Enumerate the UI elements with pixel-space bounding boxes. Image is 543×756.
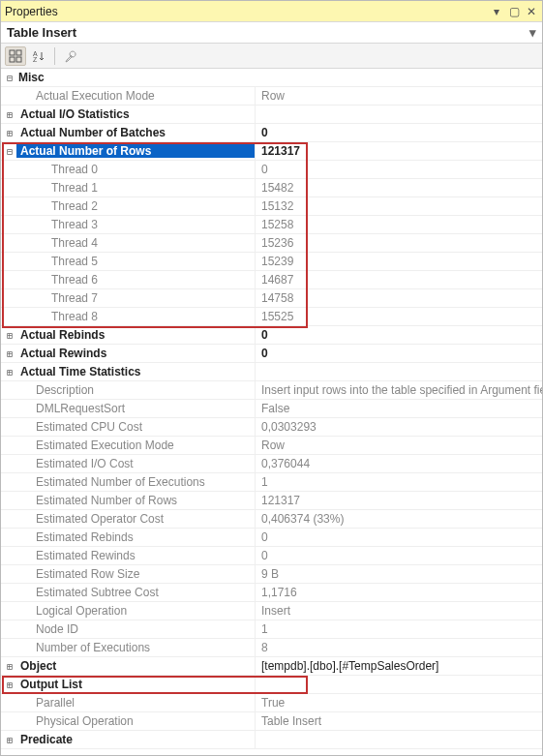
prop-estimated-row-size[interactable]: Estimated Row Size9 B [1,565,542,584]
prop-actual-execution-mode[interactable]: Actual Execution Mode Row [1,87,542,106]
prop-physical-operation[interactable]: Physical OperationTable Insert [1,712,542,731]
prop-value [255,731,542,748]
prop-actual-time-statistics[interactable]: ⊞ Actual Time Statistics [1,363,542,381]
prop-estimated-io-cost[interactable]: Estimated I/O Cost0,376044 [1,455,542,473]
prop-value: Row [255,437,542,454]
prop-logical-operation[interactable]: Logical OperationInsert [1,602,542,620]
prop-output-list[interactable]: ⊞ Output List [1,676,542,694]
svg-rect-0 [10,50,15,55]
prop-thread-2[interactable]: Thread 215132 [1,197,542,216]
prop-value [255,106,542,123]
prop-thread-8[interactable]: Thread 815525 [1,308,542,326]
prop-thread-0[interactable]: Thread 00 [1,161,542,179]
prop-thread-4[interactable]: Thread 415236 [1,234,542,253]
prop-value: Row [255,87,542,105]
prop-label: Estimated CPU Cost [16,420,255,434]
toolbar: AZ [1,44,542,69]
prop-value: 0 [255,124,542,141]
expand-icon[interactable]: ⊞ [3,678,16,691]
maximize-icon[interactable]: ▢ [507,5,521,18]
prop-label: Estimated Subtree Cost [16,586,255,599]
prop-node-id[interactable]: Node ID1 [1,620,542,639]
prop-thread-7[interactable]: Thread 714758 [1,289,542,308]
prop-label: Thread 1 [16,181,255,195]
expand-icon[interactable]: ⊞ [3,126,16,139]
prop-label: Estimated Execution Mode [16,438,255,452]
prop-thread-3[interactable]: Thread 315258 [1,216,542,234]
prop-label: Actual Number of Batches [16,126,255,139]
prop-value [255,676,542,693]
prop-value: Insert [255,602,542,620]
category-misc[interactable]: ⊟ Misc [1,69,542,87]
prop-estimated-num-executions[interactable]: Estimated Number of Executions1 [1,473,542,492]
prop-estimated-cpu-cost[interactable]: Estimated CPU Cost0,0303293 [1,418,542,437]
expand-icon[interactable]: ⊞ [3,107,16,121]
prop-label: Actual Time Statistics [16,365,255,378]
prop-value: 121317 [255,142,542,160]
expand-icon[interactable]: ⊞ [3,365,16,378]
categorized-view-button[interactable] [5,46,26,66]
prop-value: 0 [255,345,542,362]
prop-label: Thread 0 [16,163,255,176]
prop-label: Object [16,659,255,673]
prop-value: 1,1716 [255,584,542,601]
expand-icon[interactable]: ⊞ [3,347,16,360]
prop-label: Thread 3 [16,218,255,231]
prop-value: True [255,694,542,711]
prop-actual-number-rows[interactable]: ⊟ Actual Number of Rows 121317 [1,142,542,161]
prop-predicate[interactable]: ⊞ Predicate [1,731,542,749]
prop-dml-request-sort[interactable]: DMLRequestSortFalse [1,400,542,418]
alphabetical-view-button[interactable]: AZ [28,46,49,66]
prop-value: 1 [255,620,542,638]
expand-icon[interactable]: ⊞ [3,328,16,342]
dropdown-icon[interactable]: ▾ [490,5,503,18]
prop-parallel[interactable]: ParallelTrue [1,694,542,712]
collapse-icon[interactable]: ⊟ [3,71,16,84]
panel-menu-icon[interactable]: ▾ [529,25,536,40]
prop-estimated-rewinds[interactable]: Estimated Rewinds0 [1,547,542,565]
prop-thread-1[interactable]: Thread 115482 [1,179,542,197]
prop-label: Actual Execution Mode [16,89,255,103]
window-controls: ▾ ▢ ✕ [490,5,538,18]
prop-label: Actual I/O Statistics [16,107,255,121]
prop-thread-6[interactable]: Thread 614687 [1,271,542,289]
panel-subtitle-bar: Table Insert ▾ [1,22,542,44]
close-icon[interactable]: ✕ [525,5,538,18]
prop-estimated-execution-mode[interactable]: Estimated Execution ModeRow [1,437,542,455]
prop-label: Predicate [16,733,255,746]
prop-description[interactable]: DescriptionInsert input rows into the ta… [1,381,542,400]
prop-actual-rebinds[interactable]: ⊞ Actual Rebinds 0 [1,326,542,345]
prop-label: Estimated Operator Cost [16,512,255,526]
prop-label: Thread 4 [16,236,255,250]
prop-value: 0,406374 (33%) [255,510,542,528]
panel-subtitle: Table Insert [7,25,76,40]
prop-number-of-executions[interactable]: Number of Executions8 [1,639,542,657]
prop-value [255,363,542,380]
prop-value: 0,376044 [255,455,542,472]
prop-value: 15482 [255,179,542,197]
prop-label: Estimated Rebinds [16,530,255,544]
prop-value: 0 [255,326,542,344]
collapse-icon[interactable]: ⊟ [3,144,16,158]
prop-estimated-operator-cost[interactable]: Estimated Operator Cost0,406374 (33%) [1,510,542,529]
prop-estimated-rebinds[interactable]: Estimated Rebinds0 [1,529,542,547]
prop-label: Estimated Row Size [16,567,255,581]
prop-thread-5[interactable]: Thread 515239 [1,253,542,271]
prop-value: 0 [255,161,542,178]
prop-estimated-num-rows[interactable]: Estimated Number of Rows121317 [1,492,542,510]
prop-label: Thread 5 [16,255,255,268]
prop-actual-io-statistics[interactable]: ⊞ Actual I/O Statistics [1,106,542,124]
prop-actual-number-batches[interactable]: ⊞ Actual Number of Batches 0 [1,124,542,142]
prop-value: [tempdb].[dbo].[#TempSalesOrder] [255,657,542,675]
expand-icon[interactable]: ⊞ [3,659,16,673]
prop-object[interactable]: ⊞ Object [tempdb].[dbo].[#TempSalesOrder… [1,657,542,676]
prop-label: Actual Rebinds [16,328,255,342]
category-label: Misc [16,71,542,84]
prop-value: 1 [255,473,542,491]
prop-estimated-subtree-cost[interactable]: Estimated Subtree Cost1,1716 [1,584,542,602]
prop-value: 14687 [255,271,542,288]
expand-icon[interactable]: ⊞ [3,733,16,746]
prop-actual-rewinds[interactable]: ⊞ Actual Rewinds 0 [1,345,542,363]
properties-button[interactable] [60,46,81,66]
prop-value: 15239 [255,253,542,270]
